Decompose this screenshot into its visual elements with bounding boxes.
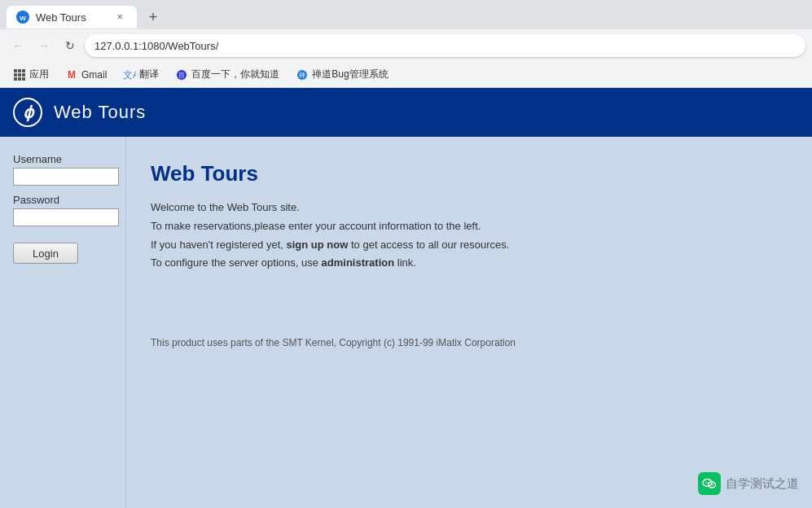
main-layout: Username Password Login Web Tours Welcom… [0, 137, 812, 508]
sidebar: Username Password Login [0, 137, 126, 508]
gmail-icon: M [65, 68, 78, 81]
hp-header: ϕ Web Tours [0, 88, 812, 137]
tab-bar: W Web Tours × + [0, 0, 812, 29]
content-area: Web Tours Welcome to the Web Tours site.… [126, 137, 812, 508]
reload-button[interactable]: ↻ [59, 34, 81, 57]
site-title: Web Tours [54, 102, 146, 123]
bookmark-gmail-label: Gmail [81, 69, 107, 81]
welcome-line1: Welcome to the Web Tours site. [151, 199, 779, 217]
welcome-line3: If you haven't registered yet, sign up n… [151, 237, 779, 254]
bookmark-gmail[interactable]: M Gmail [59, 66, 113, 84]
address-bar-row: ← → ↻ [0, 29, 812, 62]
bookmark-translate-label: 翻译 [139, 68, 159, 81]
password-label: Password [13, 194, 112, 206]
bookmark-apps-label: 应用 [29, 68, 49, 81]
bookmark-baidu[interactable]: 百 百度一下，你就知道 [169, 65, 286, 84]
tab-favicon: W [16, 11, 29, 24]
address-input[interactable] [85, 34, 805, 57]
baidu-icon: 百 [175, 68, 188, 81]
svg-text:百: 百 [178, 72, 185, 79]
bookmark-zentao[interactable]: 禅 禅道Bug管理系统 [289, 65, 394, 84]
welcome-line2: To make reservations,please enter your a… [151, 218, 779, 235]
line4-prefix: To configure the server options, use [151, 256, 322, 269]
browser-chrome: W Web Tours × + ← → ↻ 应用 M Gmai [0, 0, 812, 88]
active-tab[interactable]: W Web Tours × [7, 6, 137, 28]
new-tab-button[interactable]: + [142, 6, 165, 28]
page-title: Web Tours [151, 161, 779, 186]
hp-logo-letter: ϕ [23, 103, 33, 122]
password-group: Password [13, 194, 112, 226]
svg-text:文A: 文A [123, 69, 136, 81]
translate-icon: 文A [123, 68, 136, 81]
bookmark-zentao-label: 禅道Bug管理系统 [312, 68, 388, 81]
bookmark-baidu-label: 百度一下，你就知道 [191, 68, 279, 81]
login-button[interactable]: Login [13, 243, 78, 264]
welcome-line4: To configure the server options, use adm… [151, 255, 779, 272]
tab-close-button[interactable]: × [112, 10, 127, 24]
forward-button[interactable]: → [33, 34, 55, 57]
admin-link[interactable]: administration [322, 256, 395, 269]
svg-text:禅: 禅 [299, 72, 305, 79]
back-button[interactable]: ← [7, 34, 29, 57]
username-group: Username [13, 153, 112, 186]
bookmarks-bar: 应用 M Gmail 文A 翻译 百 百度一下，你就知道 禅 禅道Bug管理系统 [0, 62, 812, 88]
password-input[interactable] [13, 208, 119, 226]
apps-icon [13, 68, 26, 81]
line3-prefix: If you haven't registered yet, [151, 239, 287, 251]
zentao-icon: 禅 [296, 68, 309, 81]
bookmark-apps[interactable]: 应用 [7, 65, 55, 84]
signup-link[interactable]: sign up now [287, 239, 349, 251]
hp-logo: ϕ [13, 98, 42, 127]
username-input[interactable] [13, 168, 119, 186]
footer-text: This product uses parts of the SMT Kerne… [151, 337, 779, 348]
username-label: Username [13, 153, 112, 165]
line4-suffix: link. [394, 256, 416, 269]
welcome-text: Welcome to the Web Tours site. To make r… [151, 199, 779, 272]
tab-title: Web Tours [36, 11, 106, 24]
bookmark-translate[interactable]: 文A 翻译 [116, 65, 165, 84]
svg-text:W: W [20, 15, 26, 22]
line3-suffix: to get access to all our resources. [348, 239, 509, 251]
